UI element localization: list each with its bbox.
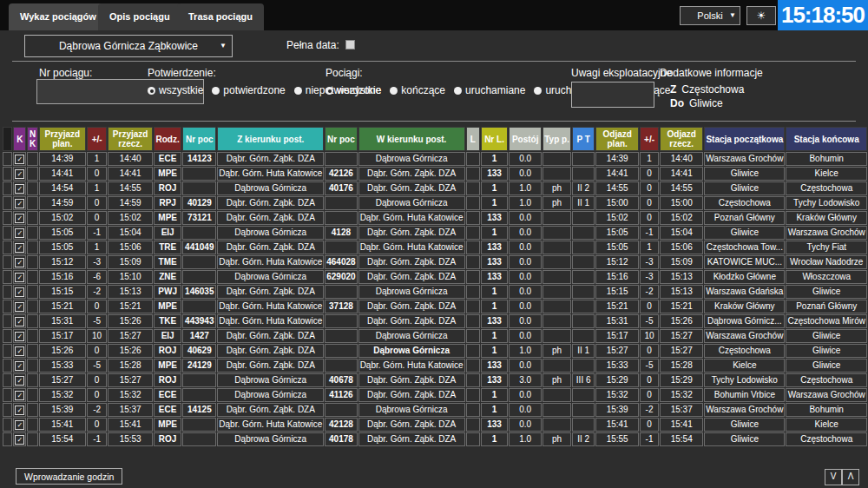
nr-poc-w-cell[interactable] bbox=[325, 329, 357, 343]
odjazd-rzecz-cell[interactable]: 15:13 bbox=[660, 285, 703, 299]
full-date-checkbox[interactable] bbox=[345, 40, 355, 49]
przyjazd-plan-cell[interactable]: 15:26 bbox=[39, 344, 86, 358]
checked-cell[interactable]: ✓ bbox=[13, 314, 26, 328]
checked-cell[interactable]: ✓ bbox=[13, 255, 26, 269]
rp-cell[interactable]: -1 bbox=[87, 226, 107, 240]
przyjazd-rzecz-cell[interactable]: 15:13 bbox=[108, 285, 153, 299]
row-checkbox[interactable]: ✓ bbox=[15, 346, 24, 356]
row-checkbox[interactable]: ✓ bbox=[15, 155, 24, 164]
rp-cell[interactable]: -3 bbox=[87, 255, 107, 269]
stacja-konc-cell[interactable]: Warszawa Grochów bbox=[786, 388, 867, 402]
scroll-up-button[interactable]: Λ bbox=[842, 469, 859, 485]
ro-cell[interactable]: -2 bbox=[640, 285, 659, 299]
tab-wykaz-pociagow[interactable]: Wykaz pociągów bbox=[9, 3, 108, 30]
przyjazd-plan-cell[interactable]: 15:05 bbox=[39, 226, 86, 240]
z-kierunku-cell[interactable]: Dąbr. Górn. Ząbk. DZA bbox=[217, 344, 324, 358]
nk-cell[interactable] bbox=[27, 373, 37, 387]
nr-l-cell[interactable]: 1 bbox=[481, 181, 508, 195]
l-cell[interactable] bbox=[466, 373, 480, 387]
row-checkbox[interactable]: ✓ bbox=[15, 406, 24, 415]
typ-p-cell[interactable]: ph bbox=[542, 373, 571, 387]
table-row[interactable]: ✓15:26015:26ROJ40629Dąbr. Górn. Ząbk. DZ… bbox=[3, 344, 867, 358]
odjazd-plan-cell[interactable]: 14:41 bbox=[595, 167, 639, 181]
l-cell[interactable] bbox=[466, 241, 480, 254]
nr-l-cell[interactable]: 1 bbox=[481, 152, 508, 166]
nr-poc-w-cell[interactable] bbox=[325, 211, 357, 225]
przyjazd-plan-cell[interactable]: 15:17 bbox=[39, 329, 86, 343]
pt-cell[interactable] bbox=[572, 226, 595, 240]
l-cell[interactable] bbox=[466, 196, 480, 210]
przyjazd-plan-cell[interactable]: 15:05 bbox=[39, 241, 86, 254]
checked-cell[interactable]: ✓ bbox=[13, 388, 26, 402]
typ-p-cell[interactable] bbox=[542, 285, 571, 299]
stacja-pocz-cell[interactable]: Gliwice bbox=[704, 418, 785, 432]
z-kierunku-cell[interactable]: Dąbr. Górn. Ząbk. DZA bbox=[217, 211, 324, 225]
l-cell[interactable] bbox=[466, 359, 480, 373]
ro-cell[interactable]: -1 bbox=[640, 226, 659, 240]
odjazd-plan-cell[interactable]: 15:00 bbox=[595, 196, 639, 210]
typ-p-cell[interactable] bbox=[542, 314, 571, 328]
l-cell[interactable] bbox=[466, 152, 480, 166]
postoj-cell[interactable]: 3.0 bbox=[509, 373, 542, 387]
przyjazd-rzecz-cell[interactable]: 15:53 bbox=[108, 432, 153, 446]
odjazd-plan-cell[interactable]: 15:55 bbox=[595, 432, 639, 446]
rodz-cell[interactable]: ECE bbox=[154, 152, 181, 166]
nr-poc-z-cell[interactable]: 14123 bbox=[182, 152, 216, 166]
checked-cell[interactable]: ✓ bbox=[13, 241, 26, 254]
rp-cell[interactable]: 0 bbox=[87, 373, 107, 387]
nk-cell[interactable] bbox=[27, 329, 37, 343]
postoj-cell[interactable]: 0.0 bbox=[509, 152, 542, 166]
z-kierunku-cell[interactable]: Dąbr. Górn. Huta Katowice bbox=[217, 255, 324, 269]
typ-p-cell[interactable] bbox=[542, 270, 571, 284]
nr-poc-w-cell[interactable] bbox=[325, 403, 357, 417]
stacja-pocz-cell[interactable]: Dąbrowa Górnicz... bbox=[704, 314, 785, 328]
checked-cell[interactable]: ✓ bbox=[13, 181, 26, 195]
nk-cell[interactable] bbox=[27, 226, 37, 240]
nr-poc-z-cell[interactable] bbox=[182, 388, 216, 402]
row-checkbox[interactable]: ✓ bbox=[15, 214, 24, 223]
przyjazd-rzecz-cell[interactable]: 14:41 bbox=[108, 167, 153, 181]
odjazd-rzecz-cell[interactable]: 15:54 bbox=[660, 432, 703, 446]
rp-cell[interactable]: 0 bbox=[87, 196, 107, 210]
przyjazd-plan-cell[interactable]: 15:02 bbox=[39, 211, 86, 225]
nr-poc-w-cell[interactable]: 40678 bbox=[325, 373, 357, 387]
odjazd-plan-cell[interactable]: 15:32 bbox=[595, 388, 639, 402]
typ-p-cell[interactable] bbox=[542, 167, 571, 181]
rp-cell[interactable]: 1 bbox=[87, 152, 107, 166]
nk-cell[interactable] bbox=[27, 270, 37, 284]
stacja-konc-cell[interactable]: Częstochowa bbox=[786, 181, 867, 195]
rodz-cell[interactable]: ECE bbox=[154, 403, 181, 417]
rodz-cell[interactable]: MPE bbox=[154, 167, 181, 181]
l-cell[interactable] bbox=[466, 388, 480, 402]
przyjazd-plan-cell[interactable]: 15:54 bbox=[39, 432, 86, 446]
odjazd-rzecz-cell[interactable]: 15:27 bbox=[660, 344, 703, 358]
przyjazd-plan-cell[interactable]: 15:41 bbox=[39, 418, 86, 432]
pt-cell[interactable]: II 2 bbox=[572, 181, 595, 195]
pt-cell[interactable] bbox=[572, 167, 595, 181]
postoj-cell[interactable]: 0.0 bbox=[509, 226, 542, 240]
typ-p-cell[interactable] bbox=[542, 403, 571, 417]
stacja-konc-cell[interactable]: Włoszczowa bbox=[786, 270, 867, 284]
w-kierunku-cell[interactable]: Dąbr. Górn. Ząbk. DZA bbox=[358, 167, 465, 181]
pt-cell[interactable] bbox=[572, 314, 595, 328]
rodz-cell[interactable]: EIJ bbox=[154, 329, 181, 343]
rodz-cell[interactable]: MPE bbox=[154, 359, 181, 373]
nr-poc-w-cell[interactable] bbox=[325, 314, 357, 328]
theme-toggle-button[interactable]: ☀ bbox=[746, 6, 776, 25]
przyjazd-plan-cell[interactable]: 14:54 bbox=[39, 181, 86, 195]
nr-l-cell[interactable]: 133 bbox=[481, 270, 508, 284]
w-kierunku-cell[interactable]: Dąbrowa Górnicza bbox=[358, 196, 465, 210]
stacja-konc-cell[interactable]: Bohumin bbox=[786, 152, 867, 166]
nr-l-cell[interactable]: 1 bbox=[481, 226, 508, 240]
table-row[interactable]: ✓14:41014:41MPEDąbr. Górn. Huta Katowice… bbox=[3, 167, 867, 181]
l-cell[interactable] bbox=[466, 285, 480, 299]
z-kierunku-cell[interactable]: Dąbr. Górn. Ząbk. DZA bbox=[217, 285, 324, 299]
l-cell[interactable] bbox=[466, 403, 480, 417]
nr-poc-w-cell[interactable]: 629020 bbox=[325, 270, 357, 284]
odjazd-rzecz-cell[interactable]: 15:27 bbox=[660, 329, 703, 343]
stacja-pocz-cell[interactable]: Warszawa Grochów bbox=[704, 152, 785, 166]
stacja-konc-cell[interactable]: Kraków Główny bbox=[786, 211, 867, 225]
tab-opis-pociagu[interactable]: Opis pociągu bbox=[98, 3, 181, 30]
nr-poc-z-cell[interactable] bbox=[182, 300, 216, 313]
nr-l-cell[interactable]: 1 bbox=[481, 432, 508, 446]
